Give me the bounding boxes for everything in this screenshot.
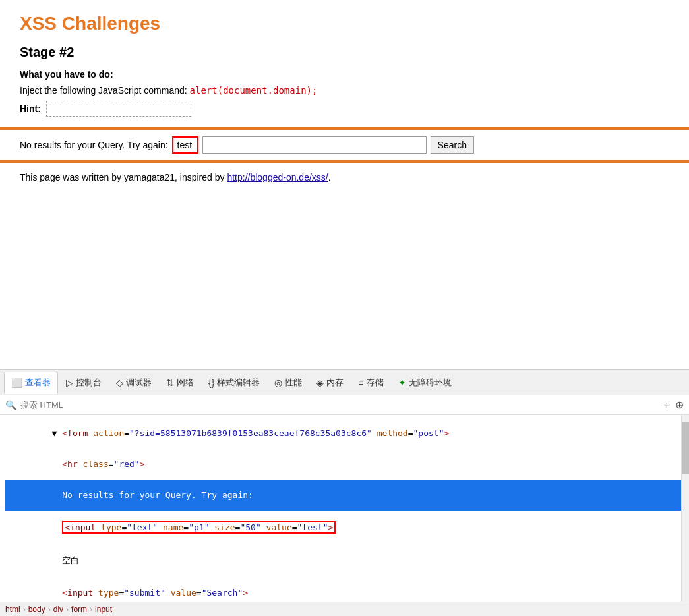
status-bar: html › body › div › form › input [0,602,689,616]
what-todo-label: What you have to do: [20,69,113,80]
devtools-html[interactable]: ▼ <form action="?sid=58513071b6839f0153e… [0,415,689,602]
footer-suffix: . [328,172,331,182]
html-line-form[interactable]: ▼ <form action="?sid=58513071b6839f0153e… [5,418,684,449]
performance-icon: ◎ [274,378,282,388]
breadcrumb-form[interactable]: form [71,605,87,614]
devtools-add-button[interactable]: + [664,399,670,411]
html-line-noresults[interactable]: No results for your Query. Try again: [5,480,684,511]
hint-input[interactable] [46,101,191,117]
search-input[interactable] [202,136,427,154]
devtools-search-bar: 🔍 + ⊕ [0,395,689,415]
devtools-panel: ⬜ 查看器 ▷ 控制台 ◇ 调试器 ⇅ 网络 {} 样式编辑器 ◎ 性能 ◈ 内… [0,369,689,616]
devtools-toolbar: ⬜ 查看器 ▷ 控制台 ◇ 调试器 ⇅ 网络 {} 样式编辑器 ◎ 性能 ◈ 内… [0,370,689,395]
footer-text: This page was written by yamagata21, ins… [20,172,669,182]
tab-performance-label: 性能 [285,377,302,389]
storage-icon: ≡ [358,378,363,388]
tab-storage-label: 存储 [367,377,384,389]
tab-style-label: 样式编辑器 [217,377,260,389]
network-icon: ⇅ [166,378,174,388]
devtools-tab-network[interactable]: ⇅ 网络 [160,372,200,394]
breadcrumb-html[interactable]: html [5,605,20,614]
breadcrumb-input[interactable]: input [95,605,112,614]
console-icon: ▷ [66,378,73,388]
sep2: › [48,605,51,614]
main-content: XSS Challenges Stage #2 What you have to… [0,0,689,369]
tab-debugger-label: 调试器 [126,377,152,389]
inject-prefix: Inject the following JavaScript command: [20,85,190,96]
inject-text: Inject the following JavaScript command:… [20,85,669,96]
stage-title: Stage #2 [20,45,669,60]
devtools-target-button[interactable]: ⊕ [675,399,684,411]
breadcrumb-body[interactable]: body [28,605,45,614]
tab-console-label: 控制台 [76,377,102,389]
what-todo-section: What you have to do: [20,69,669,80]
devtools-tab-accessibility[interactable]: ✦ 无障碍环境 [392,372,458,394]
html-line-submit[interactable]: <input type="submit" value="Search"> [5,577,684,602]
devtools-search-actions: + ⊕ [664,399,684,411]
hint-label: Hint: [20,103,41,114]
tab-network-label: 网络 [177,377,194,389]
inspector-active-icon: ⬜ [11,378,22,388]
no-results-text: No results for your Query. Try again: [20,140,168,150]
html-line-input[interactable]: <input type="text" name="p1" size="50" v… [5,511,684,544]
tab-active-label: 查看器 [25,377,51,389]
inject-command: alert(document.domain); [190,85,318,96]
accessibility-icon: ✦ [398,378,406,388]
page-title: XSS Challenges [20,13,669,34]
sep3: › [66,605,69,614]
tab-memory-label: 内存 [326,377,344,389]
devtools-tab-debugger[interactable]: ◇ 调试器 [109,372,158,394]
devtools-tab-console[interactable]: ▷ 控制台 [59,372,108,394]
memory-icon: ◈ [316,378,324,388]
scrollbar[interactable] [681,415,689,602]
devtools-tab-memory[interactable]: ◈ 内存 [310,372,350,394]
orange-bar-bottom [0,160,689,163]
search-value-display: test [172,136,198,154]
devtools-tab-storage[interactable]: ≡ 存储 [351,372,390,394]
hint-section: Hint: [20,101,669,117]
scrollbar-thumb[interactable] [682,422,689,474]
breadcrumb-div[interactable]: div [53,605,63,614]
html-line-hr1: <hr class="red"> [5,449,684,480]
footer-link[interactable]: http://blogged-on.de/xss/ [227,172,328,182]
devtools-tab-performance[interactable]: ◎ 性能 [268,372,309,394]
search-icon: 🔍 [5,400,16,410]
sep4: › [90,605,92,614]
devtools-tab-inspector-active[interactable]: ⬜ 查看器 [4,372,58,394]
tab-accessibility-label: 无障碍环境 [409,377,452,389]
search-button[interactable]: Search [431,136,474,154]
sep1: › [23,605,26,614]
html-line-space: 空白 [5,544,684,577]
footer-prefix: This page was written by yamagata21, ins… [20,172,227,182]
devtools-search-input[interactable] [20,400,152,410]
search-result-area: No results for your Query. Try again: te… [20,130,669,160]
devtools-tab-style[interactable]: {} 样式编辑器 [202,372,266,394]
debugger-icon: ◇ [116,378,123,388]
style-icon: {} [208,378,214,388]
